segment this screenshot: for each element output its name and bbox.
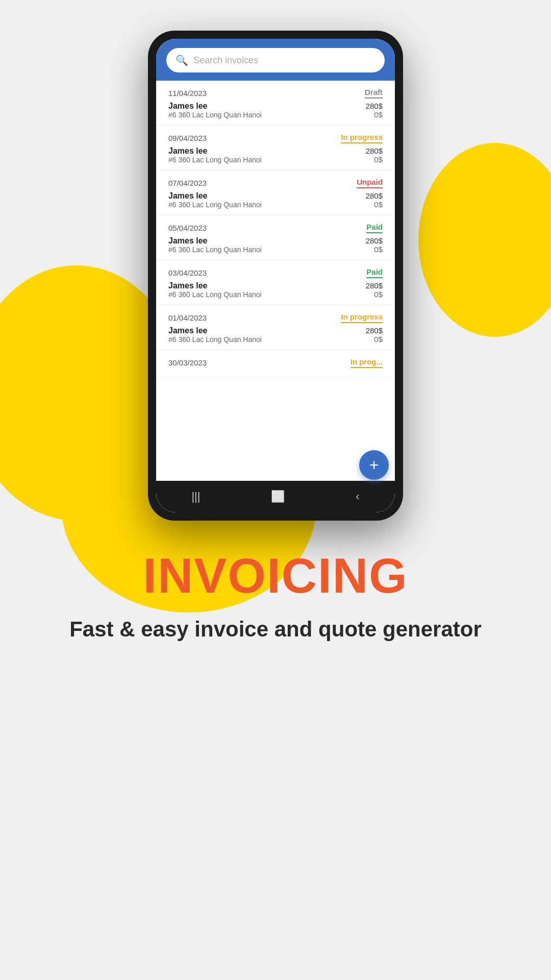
app-subtitle: Fast & easy invoice and quote generator <box>31 616 520 644</box>
invoice-customer-address: #6 360 Lac Long Quan Hanoi <box>168 335 262 344</box>
invoice-paid-amount: 0$ <box>374 335 383 344</box>
invoice-total-amount: 280$ <box>366 146 383 155</box>
invoice-item[interactable]: 07/04/2023UnpaidJames lee#6 360 Lac Long… <box>156 170 395 215</box>
invoice-customer-address: #6 360 Lac Long Quan Hanoi <box>168 201 262 209</box>
search-placeholder[interactable]: Search invoices <box>193 55 375 66</box>
bottom-section: INVOICING Fast & easy invoice and quote … <box>0 521 551 684</box>
invoice-list: 11/04/2023DraftJames lee#6 360 Lac Long … <box>156 81 395 481</box>
invoice-date: 05/04/2023 <box>168 224 207 232</box>
invoice-status: Paid <box>366 223 383 233</box>
invoice-paid-amount: 0$ <box>374 110 383 119</box>
app-title: INVOICING <box>31 551 520 600</box>
app-header: 🔍 Search invoices <box>156 39 395 81</box>
invoice-item[interactable]: 05/04/2023PaidJames lee#6 360 Lac Long Q… <box>156 215 395 260</box>
invoice-status: In progress <box>341 133 383 143</box>
invoice-paid-amount: 0$ <box>374 200 383 209</box>
invoice-total-amount: 280$ <box>366 191 383 200</box>
invoice-date: 30/03/2023 <box>168 358 207 367</box>
invoice-item[interactable]: 30/03/2023In prog... <box>156 350 395 378</box>
invoice-status: In progress <box>341 312 383 323</box>
invoice-date: 03/04/2023 <box>168 268 207 277</box>
nav-back-icon[interactable]: ‹ <box>356 490 359 503</box>
nav-recent-icon[interactable]: ||| <box>191 490 200 503</box>
invoice-item[interactable]: 11/04/2023DraftJames lee#6 360 Lac Long … <box>156 81 395 126</box>
invoice-total-amount: 280$ <box>366 326 383 335</box>
phone-screen: 🔍 Search invoices 11/04/2023DraftJames l… <box>156 39 395 512</box>
invoice-total-amount: 280$ <box>366 236 383 245</box>
invoice-item[interactable]: 01/04/2023In progressJames lee#6 360 Lac… <box>156 305 395 350</box>
invoice-total-amount: 280$ <box>366 281 383 290</box>
invoice-paid-amount: 0$ <box>374 155 383 164</box>
invoice-date: 11/04/2023 <box>168 89 207 97</box>
search-bar[interactable]: 🔍 Search invoices <box>166 48 385 72</box>
invoice-customer-address: #6 360 Lac Long Quan Hanoi <box>168 156 262 164</box>
invoice-item[interactable]: 09/04/2023In progressJames lee#6 360 Lac… <box>156 126 395 170</box>
invoice-paid-amount: 0$ <box>374 245 383 254</box>
invoice-customer-name: James lee <box>168 146 262 156</box>
phone-container: 🔍 Search invoices 11/04/2023DraftJames l… <box>0 0 551 521</box>
invoice-customer-address: #6 360 Lac Long Quan Hanoi <box>168 246 262 254</box>
invoice-date: 07/04/2023 <box>168 179 207 187</box>
invoice-total-amount: 280$ <box>366 102 383 110</box>
invoice-customer-address: #6 360 Lac Long Quan Hanoi <box>168 290 262 299</box>
invoice-status: Unpaid <box>357 178 383 188</box>
invoice-customer-name: James lee <box>168 236 262 246</box>
search-icon: 🔍 <box>176 54 188 66</box>
invoice-customer-name: James lee <box>168 281 262 290</box>
invoice-customer-address: #6 360 Lac Long Quan Hanoi <box>168 111 262 119</box>
invoice-date: 09/04/2023 <box>168 134 207 142</box>
invoice-customer-name: James lee <box>168 326 262 335</box>
phone-device: 🔍 Search invoices 11/04/2023DraftJames l… <box>148 31 403 521</box>
invoice-date: 01/04/2023 <box>168 313 207 322</box>
invoice-item[interactable]: 03/04/2023PaidJames lee#6 360 Lac Long Q… <box>156 260 395 305</box>
nav-bar: ||| ⬜ ‹ <box>156 481 395 512</box>
invoice-customer-name: James lee <box>168 102 262 111</box>
invoice-status: Paid <box>366 267 383 278</box>
nav-home-icon[interactable]: ⬜ <box>271 490 285 503</box>
invoice-customer-name: James lee <box>168 191 262 201</box>
add-invoice-button[interactable]: + <box>359 450 389 480</box>
invoice-status: In prog... <box>350 357 383 368</box>
invoice-paid-amount: 0$ <box>374 290 383 299</box>
invoice-status: Draft <box>365 88 383 99</box>
